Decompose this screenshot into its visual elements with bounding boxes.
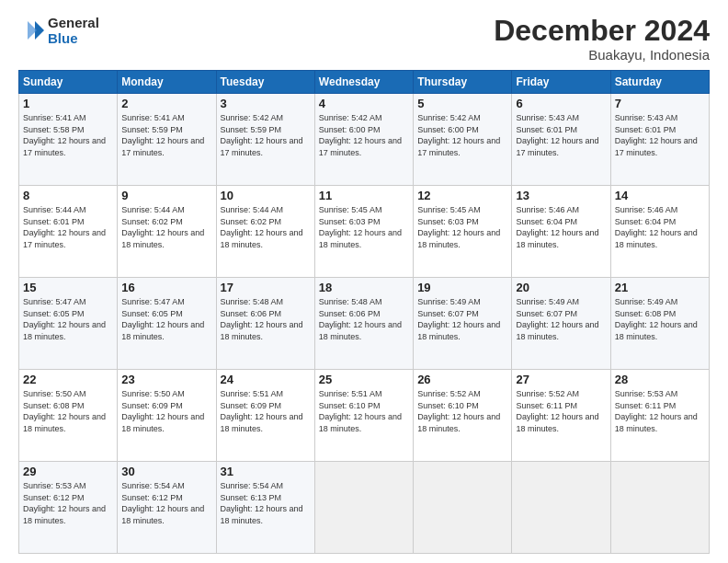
col-friday: Friday	[512, 71, 610, 94]
logo-text: General Blue	[48, 15, 99, 47]
day-cell-20: 20Sunrise: 5:49 AMSunset: 6:07 PMDayligh…	[512, 278, 610, 370]
day-number: 1	[23, 97, 113, 110]
col-wednesday: Wednesday	[314, 71, 413, 94]
day-cell-8: 8Sunrise: 5:44 AMSunset: 6:01 PMDaylight…	[19, 186, 118, 278]
day-number: 4	[319, 97, 409, 110]
week-row-1: 1Sunrise: 5:41 AMSunset: 5:58 PMDaylight…	[19, 94, 710, 186]
day-number: 7	[615, 97, 705, 110]
day-cell-25: 25Sunrise: 5:51 AMSunset: 6:10 PMDayligh…	[314, 370, 413, 462]
day-number: 24	[221, 373, 311, 386]
week-row-3: 15Sunrise: 5:47 AMSunset: 6:05 PMDayligh…	[19, 278, 710, 370]
day-number: 17	[221, 281, 311, 294]
day-info: Sunrise: 5:53 AMSunset: 6:12 PMDaylight:…	[23, 480, 113, 526]
day-info: Sunrise: 5:49 AMSunset: 6:07 PMDaylight:…	[417, 296, 507, 342]
day-info: Sunrise: 5:45 AMSunset: 6:03 PMDaylight:…	[319, 204, 409, 250]
day-number: 20	[516, 281, 606, 294]
day-number: 18	[319, 281, 409, 294]
day-info: Sunrise: 5:46 AMSunset: 6:04 PMDaylight:…	[615, 204, 705, 250]
day-number: 28	[615, 373, 705, 386]
day-info: Sunrise: 5:44 AMSunset: 6:02 PMDaylight:…	[221, 204, 311, 250]
day-info: Sunrise: 5:42 AMSunset: 5:59 PMDaylight:…	[221, 112, 311, 158]
day-number: 27	[516, 373, 606, 386]
day-number: 13	[516, 189, 606, 202]
day-cell-9: 9Sunrise: 5:44 AMSunset: 6:02 PMDaylight…	[118, 186, 216, 278]
day-info: Sunrise: 5:41 AMSunset: 5:59 PMDaylight:…	[121, 112, 211, 158]
day-info: Sunrise: 5:43 AMSunset: 6:01 PMDaylight:…	[615, 112, 705, 158]
day-info: Sunrise: 5:47 AMSunset: 6:05 PMDaylight:…	[121, 296, 211, 342]
week-row-4: 22Sunrise: 5:50 AMSunset: 6:08 PMDayligh…	[19, 370, 710, 462]
day-cell-30: 30Sunrise: 5:54 AMSunset: 6:12 PMDayligh…	[118, 462, 216, 554]
day-number: 23	[121, 373, 211, 386]
col-tuesday: Tuesday	[216, 71, 314, 94]
day-number: 2	[121, 97, 211, 110]
day-cell-5: 5Sunrise: 5:42 AMSunset: 6:00 PMDaylight…	[414, 94, 512, 186]
day-cell-empty	[314, 462, 413, 554]
day-number: 25	[319, 373, 409, 386]
day-info: Sunrise: 5:42 AMSunset: 6:00 PMDaylight:…	[417, 112, 507, 158]
calendar-table: Sunday Monday Tuesday Wednesday Thursday…	[18, 70, 710, 554]
day-cell-4: 4Sunrise: 5:42 AMSunset: 6:00 PMDaylight…	[314, 94, 413, 186]
day-number: 10	[221, 189, 311, 202]
day-info: Sunrise: 5:41 AMSunset: 5:58 PMDaylight:…	[23, 112, 113, 158]
day-cell-empty	[414, 462, 512, 554]
page: General Blue December 2024 Buakayu, Indo…	[0, 0, 728, 563]
col-saturday: Saturday	[610, 71, 709, 94]
day-number: 22	[23, 373, 113, 386]
day-info: Sunrise: 5:46 AMSunset: 6:04 PMDaylight:…	[516, 204, 606, 250]
day-cell-22: 22Sunrise: 5:50 AMSunset: 6:08 PMDayligh…	[19, 370, 118, 462]
day-cell-14: 14Sunrise: 5:46 AMSunset: 6:04 PMDayligh…	[610, 186, 709, 278]
day-info: Sunrise: 5:54 AMSunset: 6:12 PMDaylight:…	[121, 480, 211, 526]
col-thursday: Thursday	[414, 71, 512, 94]
day-cell-17: 17Sunrise: 5:48 AMSunset: 6:06 PMDayligh…	[216, 278, 314, 370]
day-cell-19: 19Sunrise: 5:49 AMSunset: 6:07 PMDayligh…	[414, 278, 512, 370]
calendar-body: 1Sunrise: 5:41 AMSunset: 5:58 PMDaylight…	[19, 94, 710, 554]
day-info: Sunrise: 5:48 AMSunset: 6:06 PMDaylight:…	[319, 296, 409, 342]
day-cell-12: 12Sunrise: 5:45 AMSunset: 6:03 PMDayligh…	[414, 186, 512, 278]
day-cell-7: 7Sunrise: 5:43 AMSunset: 6:01 PMDaylight…	[610, 94, 709, 186]
day-number: 21	[615, 281, 705, 294]
col-sunday: Sunday	[19, 71, 118, 94]
day-number: 29	[23, 465, 113, 478]
day-info: Sunrise: 5:42 AMSunset: 6:00 PMDaylight:…	[319, 112, 409, 158]
day-cell-31: 31Sunrise: 5:54 AMSunset: 6:13 PMDayligh…	[216, 462, 314, 554]
week-row-5: 29Sunrise: 5:53 AMSunset: 6:12 PMDayligh…	[19, 462, 710, 554]
day-number: 30	[121, 465, 211, 478]
day-info: Sunrise: 5:43 AMSunset: 6:01 PMDaylight:…	[516, 112, 606, 158]
day-number: 26	[417, 373, 507, 386]
day-info: Sunrise: 5:51 AMSunset: 6:10 PMDaylight:…	[319, 388, 409, 434]
day-info: Sunrise: 5:48 AMSunset: 6:06 PMDaylight:…	[221, 296, 311, 342]
day-info: Sunrise: 5:52 AMSunset: 6:10 PMDaylight:…	[417, 388, 507, 434]
day-info: Sunrise: 5:51 AMSunset: 6:09 PMDaylight:…	[221, 388, 311, 434]
day-info: Sunrise: 5:50 AMSunset: 6:08 PMDaylight:…	[23, 388, 113, 434]
day-number: 31	[221, 465, 311, 478]
day-cell-27: 27Sunrise: 5:52 AMSunset: 6:11 PMDayligh…	[512, 370, 610, 462]
day-number: 3	[221, 97, 311, 110]
day-cell-23: 23Sunrise: 5:50 AMSunset: 6:09 PMDayligh…	[118, 370, 216, 462]
day-cell-empty	[512, 462, 610, 554]
day-cell-1: 1Sunrise: 5:41 AMSunset: 5:58 PMDaylight…	[19, 94, 118, 186]
header-row: Sunday Monday Tuesday Wednesday Thursday…	[19, 71, 710, 94]
day-cell-26: 26Sunrise: 5:52 AMSunset: 6:10 PMDayligh…	[414, 370, 512, 462]
day-number: 12	[417, 189, 507, 202]
day-info: Sunrise: 5:44 AMSunset: 6:02 PMDaylight:…	[121, 204, 211, 250]
day-number: 8	[23, 189, 113, 202]
day-info: Sunrise: 5:49 AMSunset: 6:07 PMDaylight:…	[516, 296, 606, 342]
day-info: Sunrise: 5:50 AMSunset: 6:09 PMDaylight:…	[121, 388, 211, 434]
calendar-title: December 2024	[494, 15, 710, 47]
day-number: 5	[417, 97, 507, 110]
day-cell-21: 21Sunrise: 5:49 AMSunset: 6:08 PMDayligh…	[610, 278, 709, 370]
day-cell-10: 10Sunrise: 5:44 AMSunset: 6:02 PMDayligh…	[216, 186, 314, 278]
day-info: Sunrise: 5:53 AMSunset: 6:11 PMDaylight:…	[615, 388, 705, 434]
day-cell-11: 11Sunrise: 5:45 AMSunset: 6:03 PMDayligh…	[314, 186, 413, 278]
day-number: 9	[121, 189, 211, 202]
day-cell-18: 18Sunrise: 5:48 AMSunset: 6:06 PMDayligh…	[314, 278, 413, 370]
day-cell-3: 3Sunrise: 5:42 AMSunset: 5:59 PMDaylight…	[216, 94, 314, 186]
title-block: December 2024 Buakayu, Indonesia	[494, 15, 710, 63]
day-cell-13: 13Sunrise: 5:46 AMSunset: 6:04 PMDayligh…	[512, 186, 610, 278]
day-cell-15: 15Sunrise: 5:47 AMSunset: 6:05 PMDayligh…	[19, 278, 118, 370]
day-number: 14	[615, 189, 705, 202]
logo: General Blue	[18, 15, 99, 47]
col-monday: Monday	[118, 71, 216, 94]
day-cell-29: 29Sunrise: 5:53 AMSunset: 6:12 PMDayligh…	[19, 462, 118, 554]
day-cell-24: 24Sunrise: 5:51 AMSunset: 6:09 PMDayligh…	[216, 370, 314, 462]
